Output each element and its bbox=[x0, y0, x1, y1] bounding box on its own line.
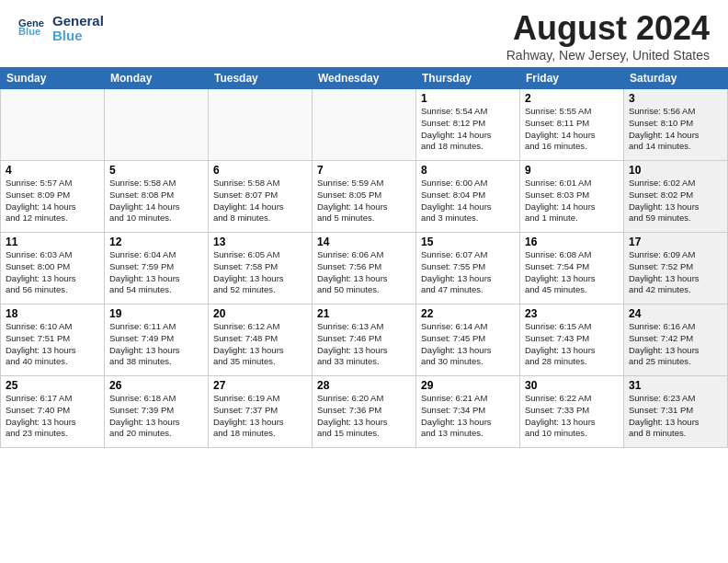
day-number: 31 bbox=[629, 379, 722, 392]
calendar-day: 21Sunrise: 6:13 AM Sunset: 7:46 PM Dayli… bbox=[313, 304, 416, 376]
calendar-header-row: Sunday Monday Tuesday Wednesday Thursday… bbox=[1, 68, 728, 89]
col-sunday: Sunday bbox=[1, 68, 105, 89]
day-number: 21 bbox=[317, 307, 411, 320]
main-title: August 2024 bbox=[506, 9, 710, 48]
day-number: 27 bbox=[213, 379, 307, 392]
day-number: 17 bbox=[629, 236, 722, 248]
day-info: Sunrise: 6:11 AM Sunset: 7:49 PM Dayligh… bbox=[109, 321, 203, 368]
svg-text:Blue: Blue bbox=[52, 28, 83, 43]
day-number: 25 bbox=[6, 379, 99, 392]
page-header: General Blue General Blue August 2024 Ra… bbox=[0, 0, 728, 67]
day-info: Sunrise: 5:56 AM Sunset: 8:10 PM Dayligh… bbox=[629, 106, 722, 153]
calendar-day: 9Sunrise: 6:01 AM Sunset: 8:03 PM Daylig… bbox=[520, 161, 624, 233]
col-thursday: Thursday bbox=[416, 68, 520, 89]
svg-marker-4 bbox=[117, 13, 126, 22]
svg-text:Blue: Blue bbox=[18, 26, 40, 37]
day-number: 3 bbox=[629, 92, 722, 105]
day-number: 18 bbox=[6, 307, 99, 320]
day-info: Sunrise: 6:08 AM Sunset: 7:54 PM Dayligh… bbox=[525, 249, 619, 296]
calendar-week-row: 1Sunrise: 5:54 AM Sunset: 8:12 PM Daylig… bbox=[1, 89, 728, 161]
col-tuesday: Tuesday bbox=[209, 68, 313, 89]
calendar-day: 22Sunrise: 6:14 AM Sunset: 7:45 PM Dayli… bbox=[416, 304, 520, 376]
calendar-day: 16Sunrise: 6:08 AM Sunset: 7:54 PM Dayli… bbox=[520, 233, 624, 304]
day-number: 4 bbox=[6, 164, 99, 177]
day-info: Sunrise: 6:12 AM Sunset: 7:48 PM Dayligh… bbox=[213, 321, 307, 368]
calendar-day: 2Sunrise: 5:55 AM Sunset: 8:11 PM Daylig… bbox=[520, 89, 624, 161]
day-number: 22 bbox=[421, 307, 515, 320]
day-info: Sunrise: 6:14 AM Sunset: 7:45 PM Dayligh… bbox=[421, 321, 515, 368]
calendar-day bbox=[105, 89, 209, 161]
calendar-day: 8Sunrise: 6:00 AM Sunset: 8:04 PM Daylig… bbox=[416, 161, 520, 233]
col-monday: Monday bbox=[105, 68, 209, 89]
day-number: 30 bbox=[525, 379, 619, 392]
day-info: Sunrise: 6:06 AM Sunset: 7:56 PM Dayligh… bbox=[317, 249, 411, 296]
calendar-day bbox=[209, 89, 313, 161]
day-number: 15 bbox=[421, 236, 515, 248]
day-info: Sunrise: 6:05 AM Sunset: 7:58 PM Dayligh… bbox=[213, 249, 307, 296]
day-info: Sunrise: 5:55 AM Sunset: 8:11 PM Dayligh… bbox=[525, 106, 619, 153]
day-number: 6 bbox=[213, 164, 307, 177]
day-number: 9 bbox=[525, 164, 619, 177]
day-number: 12 bbox=[109, 236, 203, 248]
day-info: Sunrise: 6:13 AM Sunset: 7:46 PM Dayligh… bbox=[317, 321, 411, 368]
calendar-day: 7Sunrise: 5:59 AM Sunset: 8:05 PM Daylig… bbox=[313, 161, 416, 233]
day-info: Sunrise: 5:54 AM Sunset: 8:12 PM Dayligh… bbox=[421, 106, 515, 153]
day-info: Sunrise: 5:58 AM Sunset: 8:07 PM Dayligh… bbox=[213, 178, 307, 224]
calendar-day: 23Sunrise: 6:15 AM Sunset: 7:43 PM Dayli… bbox=[520, 304, 624, 376]
day-number: 20 bbox=[213, 307, 307, 320]
calendar-day: 31Sunrise: 6:23 AM Sunset: 7:31 PM Dayli… bbox=[624, 376, 728, 448]
day-info: Sunrise: 6:03 AM Sunset: 8:00 PM Dayligh… bbox=[6, 249, 99, 296]
calendar-table: Sunday Monday Tuesday Wednesday Thursday… bbox=[0, 67, 728, 448]
logo-icon: General Blue bbox=[18, 15, 44, 40]
day-info: Sunrise: 6:01 AM Sunset: 8:03 PM Dayligh… bbox=[525, 178, 619, 224]
calendar-week-row: 11Sunrise: 6:03 AM Sunset: 8:00 PM Dayli… bbox=[1, 233, 728, 304]
calendar-day: 4Sunrise: 5:57 AM Sunset: 8:09 PM Daylig… bbox=[1, 161, 105, 233]
day-info: Sunrise: 5:59 AM Sunset: 8:05 PM Dayligh… bbox=[317, 178, 411, 224]
logo-svg: General Blue bbox=[48, 9, 131, 46]
day-number: 10 bbox=[629, 164, 722, 177]
title-block: August 2024 Rahway, New Jersey, United S… bbox=[506, 9, 710, 63]
calendar-day: 24Sunrise: 6:16 AM Sunset: 7:42 PM Dayli… bbox=[624, 304, 728, 376]
day-info: Sunrise: 5:58 AM Sunset: 8:08 PM Dayligh… bbox=[109, 178, 203, 224]
day-number: 2 bbox=[525, 92, 619, 105]
day-number: 7 bbox=[317, 164, 411, 177]
calendar-day: 29Sunrise: 6:21 AM Sunset: 7:34 PM Dayli… bbox=[416, 376, 520, 448]
calendar-day bbox=[1, 89, 105, 161]
calendar-day: 28Sunrise: 6:20 AM Sunset: 7:36 PM Dayli… bbox=[313, 376, 416, 448]
calendar-week-row: 25Sunrise: 6:17 AM Sunset: 7:40 PM Dayli… bbox=[1, 376, 728, 448]
day-info: Sunrise: 6:16 AM Sunset: 7:42 PM Dayligh… bbox=[629, 321, 722, 368]
day-number: 26 bbox=[109, 379, 203, 392]
svg-text:General: General bbox=[52, 13, 104, 29]
calendar-day: 20Sunrise: 6:12 AM Sunset: 7:48 PM Dayli… bbox=[209, 304, 313, 376]
day-info: Sunrise: 6:17 AM Sunset: 7:40 PM Dayligh… bbox=[6, 393, 99, 440]
day-number: 11 bbox=[6, 236, 99, 248]
day-number: 14 bbox=[317, 236, 411, 248]
day-number: 24 bbox=[629, 307, 722, 320]
day-info: Sunrise: 6:09 AM Sunset: 7:52 PM Dayligh… bbox=[629, 249, 722, 296]
col-friday: Friday bbox=[520, 68, 624, 89]
day-number: 28 bbox=[317, 379, 411, 392]
day-info: Sunrise: 6:00 AM Sunset: 8:04 PM Dayligh… bbox=[421, 178, 515, 224]
day-info: Sunrise: 6:19 AM Sunset: 7:37 PM Dayligh… bbox=[213, 393, 307, 440]
calendar-day: 19Sunrise: 6:11 AM Sunset: 7:49 PM Dayli… bbox=[105, 304, 209, 376]
day-number: 29 bbox=[421, 379, 515, 392]
calendar-day: 26Sunrise: 6:18 AM Sunset: 7:39 PM Dayli… bbox=[105, 376, 209, 448]
day-number: 13 bbox=[213, 236, 307, 248]
calendar-week-row: 18Sunrise: 6:10 AM Sunset: 7:51 PM Dayli… bbox=[1, 304, 728, 376]
logo: General Blue General Blue bbox=[18, 9, 131, 46]
day-info: Sunrise: 6:10 AM Sunset: 7:51 PM Dayligh… bbox=[6, 321, 99, 368]
day-info: Sunrise: 6:15 AM Sunset: 7:43 PM Dayligh… bbox=[525, 321, 619, 368]
calendar-day: 27Sunrise: 6:19 AM Sunset: 7:37 PM Dayli… bbox=[209, 376, 313, 448]
calendar-day: 12Sunrise: 6:04 AM Sunset: 7:59 PM Dayli… bbox=[105, 233, 209, 304]
calendar-day: 17Sunrise: 6:09 AM Sunset: 7:52 PM Dayli… bbox=[624, 233, 728, 304]
day-number: 23 bbox=[525, 307, 619, 320]
day-number: 5 bbox=[109, 164, 203, 177]
calendar-day bbox=[313, 89, 416, 161]
day-number: 8 bbox=[421, 164, 515, 177]
day-info: Sunrise: 6:04 AM Sunset: 7:59 PM Dayligh… bbox=[109, 249, 203, 296]
day-info: Sunrise: 6:07 AM Sunset: 7:55 PM Dayligh… bbox=[421, 249, 515, 296]
calendar-day: 5Sunrise: 5:58 AM Sunset: 8:08 PM Daylig… bbox=[105, 161, 209, 233]
day-info: Sunrise: 6:20 AM Sunset: 7:36 PM Dayligh… bbox=[317, 393, 411, 440]
day-info: Sunrise: 6:21 AM Sunset: 7:34 PM Dayligh… bbox=[421, 393, 515, 440]
day-info: Sunrise: 6:18 AM Sunset: 7:39 PM Dayligh… bbox=[109, 393, 203, 440]
